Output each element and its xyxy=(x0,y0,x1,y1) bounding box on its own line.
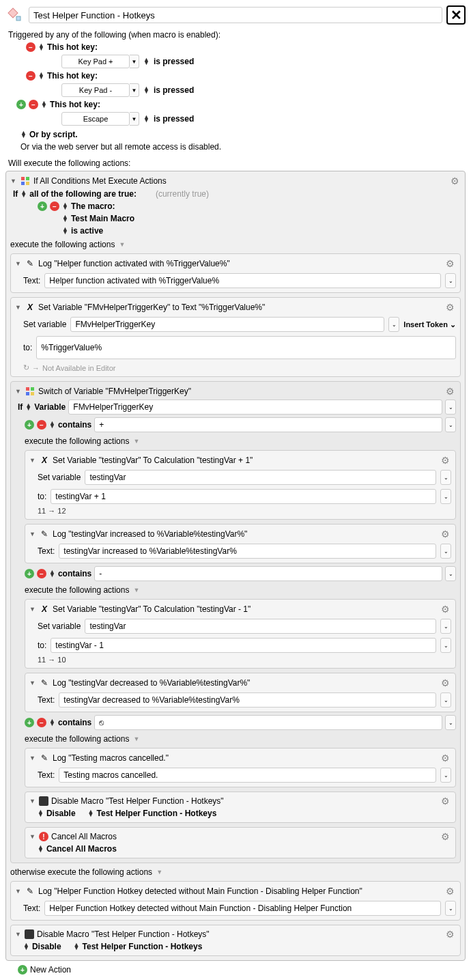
hotkey-dropdown[interactable]: ▼ xyxy=(130,83,139,97)
disable-stepper[interactable]: ▲▼ xyxy=(23,943,29,950)
add-case-button[interactable]: + xyxy=(25,718,34,727)
disclosure-icon[interactable]: ▼ xyxy=(15,888,22,895)
macro-title-input[interactable] xyxy=(29,7,442,23)
pressed-stepper[interactable]: ▲▼ xyxy=(143,58,149,65)
input-dropdown[interactable]: ⌄ xyxy=(440,544,451,559)
gear-icon[interactable]: ⚙ xyxy=(441,529,450,540)
gear-icon[interactable]: ⚙ xyxy=(441,455,450,466)
pressed-stepper[interactable]: ▲▼ xyxy=(143,115,149,122)
trigger-type-stepper[interactable]: ▲▼ xyxy=(41,101,47,108)
gear-icon[interactable]: ⚙ xyxy=(441,796,450,807)
variable-name-input[interactable] xyxy=(85,619,436,634)
disclosure-icon[interactable]: ▼ xyxy=(15,388,22,395)
case-value-input[interactable] xyxy=(94,566,442,581)
calculation-input[interactable] xyxy=(51,638,436,653)
remove-trigger-button[interactable]: − xyxy=(26,71,35,81)
input-dropdown[interactable]: ⌄ xyxy=(440,619,451,634)
input-dropdown[interactable]: ⌄ xyxy=(388,317,399,332)
exec-disclosure-icon[interactable]: ▼ xyxy=(133,736,140,742)
exec-disclosure-icon[interactable]: ▼ xyxy=(133,587,140,593)
switch-variable-input[interactable] xyxy=(68,400,442,415)
hotkey-dropdown[interactable]: ▼ xyxy=(130,55,139,68)
if-mode-stepper[interactable]: ▲▼ xyxy=(20,191,27,197)
remove-case-button[interactable]: − xyxy=(37,718,46,727)
trigger-type-stepper[interactable]: ▲▼ xyxy=(38,44,44,51)
input-dropdown[interactable]: ⌄ xyxy=(445,566,456,581)
cancel-stepper[interactable]: ▲▼ xyxy=(38,845,44,852)
input-dropdown[interactable]: ⌄ xyxy=(445,273,456,288)
variable-name-input[interactable] xyxy=(70,317,384,332)
variable-name-input[interactable] xyxy=(85,470,436,485)
gear-icon[interactable]: ⚙ xyxy=(446,386,455,397)
close-icon[interactable]: ✕ xyxy=(446,5,466,25)
condition-stepper[interactable]: ▲▼ xyxy=(62,203,68,210)
or-stepper[interactable]: ▲▼ xyxy=(20,131,27,138)
disclosure-icon[interactable]: ▼ xyxy=(29,798,36,804)
add-condition-button[interactable]: + xyxy=(38,201,47,211)
case-value-input[interactable] xyxy=(94,417,442,432)
log-text-input[interactable] xyxy=(59,692,436,708)
variable-value-input[interactable] xyxy=(36,336,456,359)
exec-disclosure-icon[interactable]: ▼ xyxy=(133,438,140,445)
switch-stepper[interactable]: ▲▼ xyxy=(25,404,31,410)
disclosure-icon[interactable]: ▼ xyxy=(29,680,36,686)
input-dropdown[interactable]: ⌄ xyxy=(440,692,451,708)
disclosure-icon[interactable]: ▼ xyxy=(10,178,17,184)
gear-icon[interactable]: ⚙ xyxy=(446,886,455,897)
gear-icon[interactable]: ⚙ xyxy=(441,677,450,688)
log-text-input[interactable] xyxy=(59,768,436,783)
disable-stepper[interactable]: ▲▼ xyxy=(38,810,44,817)
add-case-button[interactable]: + xyxy=(25,569,34,578)
log-text-input[interactable] xyxy=(44,901,441,916)
gear-icon[interactable]: ⚙ xyxy=(441,831,450,842)
exec-disclosure-icon[interactable]: ▼ xyxy=(119,241,126,248)
gear-icon[interactable]: ⚙ xyxy=(446,929,455,940)
insert-token-button[interactable]: Insert Token ⌄ xyxy=(403,320,456,329)
hotkey-field-2[interactable] xyxy=(61,83,130,97)
disclosure-icon[interactable]: ▼ xyxy=(29,531,36,537)
refresh-icon[interactable]: ↻ xyxy=(23,363,29,372)
target-stepper[interactable]: ▲▼ xyxy=(88,810,94,817)
gear-icon[interactable]: ⚙ xyxy=(451,176,459,186)
case-value-input[interactable] xyxy=(94,715,442,730)
state-stepper[interactable]: ▲▼ xyxy=(62,227,68,234)
exec-disclosure-icon[interactable]: ▼ xyxy=(156,869,163,876)
trigger-type-stepper[interactable]: ▲▼ xyxy=(38,72,44,79)
disclosure-icon[interactable]: ▼ xyxy=(15,260,22,267)
remove-case-button[interactable]: − xyxy=(37,420,46,430)
pressed-stepper[interactable]: ▲▼ xyxy=(143,87,149,94)
input-dropdown[interactable]: ⌄ xyxy=(445,715,456,730)
macro-select-stepper[interactable]: ▲▼ xyxy=(62,215,68,222)
contains-stepper[interactable]: ▲▼ xyxy=(49,719,55,726)
add-trigger-button[interactable]: + xyxy=(16,100,26,109)
input-dropdown[interactable]: ⌄ xyxy=(440,768,451,783)
disclosure-icon[interactable]: ▼ xyxy=(29,606,36,613)
new-action-button[interactable]: + New Action xyxy=(18,965,466,975)
remove-trigger-button[interactable]: − xyxy=(26,42,35,52)
input-dropdown[interactable]: ⌄ xyxy=(445,901,456,916)
log1-text-input[interactable] xyxy=(44,273,441,288)
hotkey-dropdown[interactable]: ▼ xyxy=(130,112,139,126)
remove-trigger-button[interactable]: − xyxy=(29,100,38,109)
disclosure-icon[interactable]: ▼ xyxy=(29,833,36,840)
log-text-input[interactable] xyxy=(59,544,436,559)
input-dropdown[interactable]: ⌄ xyxy=(445,417,456,432)
gear-icon[interactable]: ⚙ xyxy=(441,604,450,615)
disclosure-icon[interactable]: ▼ xyxy=(29,457,36,464)
hotkey-field-3[interactable] xyxy=(61,112,130,126)
calculation-input[interactable] xyxy=(51,489,436,504)
input-dropdown[interactable]: ⌄ xyxy=(445,400,456,415)
remove-condition-button[interactable]: − xyxy=(50,201,59,211)
hotkey-field-1[interactable] xyxy=(61,55,130,68)
disclosure-icon[interactable]: ▼ xyxy=(15,931,22,938)
contains-stepper[interactable]: ▲▼ xyxy=(49,570,55,577)
disclosure-icon[interactable]: ▼ xyxy=(29,755,36,761)
input-dropdown[interactable]: ⌄ xyxy=(440,638,451,653)
gear-icon[interactable]: ⚙ xyxy=(441,753,450,764)
gear-icon[interactable]: ⚙ xyxy=(446,258,455,269)
contains-stepper[interactable]: ▲▼ xyxy=(49,421,55,428)
disclosure-icon[interactable]: ▼ xyxy=(15,304,22,311)
remove-case-button[interactable]: − xyxy=(37,569,46,578)
target-stepper[interactable]: ▲▼ xyxy=(74,943,80,950)
input-dropdown[interactable]: ⌄ xyxy=(440,470,451,485)
